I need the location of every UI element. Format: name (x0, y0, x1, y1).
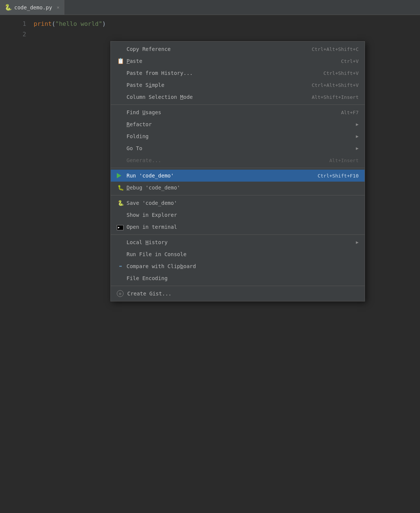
menu-item-save-code-demo[interactable]: 🐍 Save 'code_demo' (111, 197, 365, 209)
menu-shortcut-paste-from-history: Ctrl+Shift+V (323, 70, 359, 76)
menu-item-create-gist[interactable]: ⊙ Create Gist... (111, 288, 365, 300)
menu-label-find-usages: Find Usages (127, 109, 341, 115)
run-triangle-icon (117, 173, 121, 178)
code-line-1: print("hello world") (34, 19, 420, 29)
menu-label-open-in-terminal: Open in terminal (127, 224, 359, 230)
local-history-arrow-icon: ▶ (356, 240, 359, 245)
menu-label-save-code-demo: Save 'code_demo' (127, 200, 359, 206)
compare-clipboard-icon: ⬌ (117, 263, 124, 269)
menu-shortcut-copy-reference: Ctrl+Alt+Shift+C (312, 46, 359, 52)
menu-item-compare-with-clipboard[interactable]: ⬌ Compare with Clipboard (111, 260, 365, 272)
refactor-arrow-icon: ▶ (356, 122, 359, 127)
menu-item-paste-simple[interactable]: Paste Simple Ctrl+Alt+Shift+V (111, 79, 365, 91)
tab-filename: code_demo.py (14, 4, 52, 10)
menu-label-folding: Folding (127, 133, 353, 139)
folding-arrow-icon: ▶ (356, 134, 359, 139)
menu-item-run-code-demo[interactable]: Run 'code_demo' Ctrl+Shift+F10 (111, 170, 365, 182)
paren-close: ) (102, 20, 106, 27)
code-area[interactable]: print("hello world") (30, 19, 420, 40)
menu-item-show-in-explorer[interactable]: Show in Explorer (111, 209, 365, 221)
menu-label-paste-from-history: Paste from History... (127, 70, 323, 76)
menu-shortcut-column-selection: Alt+Shift+Insert (312, 94, 359, 100)
file-tab[interactable]: 🐍 code_demo.py × (0, 0, 64, 15)
go-to-arrow-icon: ▶ (356, 146, 359, 151)
save-code-demo-icon: 🐍 (117, 200, 124, 206)
keyword-print: print (34, 20, 52, 27)
create-gist-icon: ⊙ (117, 290, 124, 297)
debug-code-demo-icon: 🐛 (117, 185, 124, 191)
menu-item-find-usages[interactable]: Find Usages Alt+F7 (111, 106, 365, 118)
menu-item-paste[interactable]: 📋 Paste Ctrl+V (111, 55, 365, 67)
menu-item-debug-code-demo[interactable]: 🐛 Debug 'code_demo' (111, 182, 365, 194)
menu-shortcut-run-code-demo: Ctrl+Shift+F10 (317, 173, 359, 179)
menu-label-generate: Generate... (127, 157, 329, 163)
paste-icon: 📋 (117, 58, 124, 64)
line-number-2: 2 (4, 29, 26, 40)
menu-label-run-code-demo: Run 'code_demo' (127, 173, 317, 179)
menu-label-go-to: Go To (127, 145, 353, 151)
menu-item-refactor[interactable]: Refactor ▶ (111, 118, 365, 130)
separator-5 (111, 286, 365, 286)
menu-label-run-file-in-console: Run File in Console (127, 251, 359, 257)
menu-item-folding[interactable]: Folding ▶ (111, 130, 365, 142)
menu-item-go-to[interactable]: Go To ▶ (111, 142, 365, 154)
menu-item-copy-reference[interactable]: Copy Reference Ctrl+Alt+Shift+C (111, 43, 365, 55)
separator-3 (111, 195, 365, 195)
menu-item-file-encoding[interactable]: File Encoding (111, 272, 365, 284)
menu-shortcut-generate: Alt+Insert (329, 158, 359, 163)
string-value: "hello world" (55, 20, 102, 27)
line-numbers: 1 2 (0, 19, 30, 40)
paren-open: ( (52, 20, 55, 27)
editor-content: 1 2 print("hello world") (0, 15, 420, 40)
line-number-1: 1 (4, 19, 26, 29)
menu-label-debug-code-demo: Debug 'code_demo' (127, 185, 359, 191)
separator-2 (111, 168, 365, 168)
run-code-demo-icon (117, 173, 124, 178)
menu-label-show-in-explorer: Show in Explorer (127, 212, 359, 218)
menu-item-local-history[interactable]: Local History ▶ (111, 236, 365, 248)
menu-item-run-file-in-console[interactable]: Run File in Console (111, 248, 365, 260)
menu-label-refactor: Refactor (127, 121, 353, 127)
menu-item-paste-from-history[interactable]: Paste from History... Ctrl+Shift+V (111, 67, 365, 79)
menu-shortcut-paste: Ctrl+V (341, 58, 359, 64)
code-line-2 (34, 29, 420, 40)
separator-4 (111, 234, 365, 235)
menu-label-paste-simple: Paste Simple (127, 82, 312, 88)
menu-item-column-selection[interactable]: Column Selection Mode Alt+Shift+Insert (111, 91, 365, 103)
separator-1 (111, 104, 365, 105)
menu-label-column-selection: Column Selection Mode (127, 94, 312, 100)
editor-area: 🐍 code_demo.py × 1 2 print("hello world"… (0, 0, 420, 513)
menu-label-compare-with-clipboard: Compare with Clipboard (127, 263, 359, 269)
tab-bar: 🐍 code_demo.py × (0, 0, 420, 15)
menu-item-open-in-terminal[interactable]: Open in terminal (111, 221, 365, 233)
menu-label-local-history: Local History (127, 239, 353, 245)
context-menu: Copy Reference Ctrl+Alt+Shift+C 📋 Paste … (110, 41, 365, 301)
tab-close-icon[interactable]: × (57, 4, 60, 10)
menu-shortcut-paste-simple: Ctrl+Alt+Shift+V (312, 82, 359, 88)
menu-label-create-gist: Create Gist... (127, 291, 359, 297)
menu-item-generate[interactable]: Generate... Alt+Insert (111, 154, 365, 166)
open-in-terminal-icon (117, 224, 124, 230)
menu-label-copy-reference: Copy Reference (127, 46, 312, 52)
tab-python-icon: 🐍 (4, 4, 12, 11)
menu-label-file-encoding: File Encoding (127, 275, 359, 281)
menu-shortcut-find-usages: Alt+F7 (341, 110, 359, 115)
terminal-box-icon (117, 225, 124, 230)
menu-label-paste: Paste (127, 58, 341, 64)
